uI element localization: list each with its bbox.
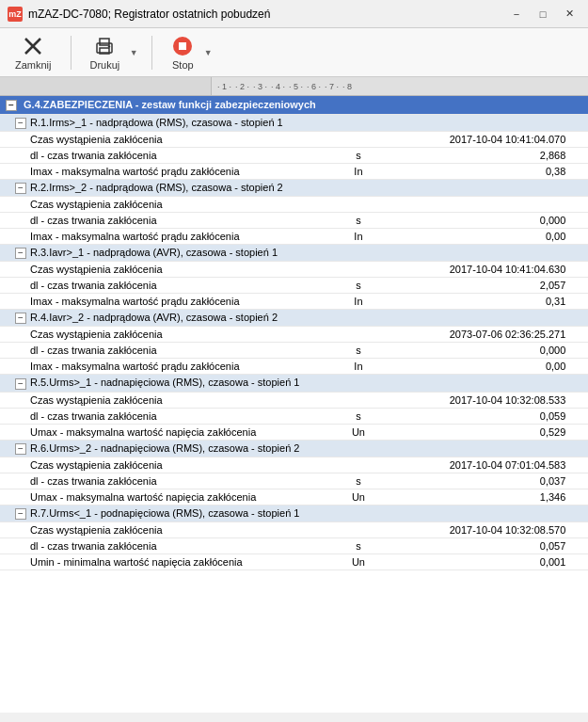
- print-icon: [93, 35, 116, 57]
- table-row: Czas wystąpienia zakłócenia2017-10-04 10…: [0, 521, 588, 537]
- table-row: −R.3.Iavr>_1 - nadprądowa (AVR), czasowa…: [0, 245, 588, 262]
- table-row: −R.4.Iavr>_2 - nadprądowa (AVR), czasowa…: [0, 310, 588, 327]
- data-table-container[interactable]: − G.4.ZABEZPIECZENIA - zestaw funkcji za…: [0, 96, 588, 713]
- print-button[interactable]: Drukuj: [83, 31, 128, 74]
- main-section-label: − G.4.ZABEZPIECZENIA - zestaw funkcji za…: [0, 96, 385, 115]
- table-row: −R.7.Urms<_1 - podnapięciowa (RMS), czas…: [0, 505, 588, 521]
- ruler-mark: · 2 ·: [233, 82, 251, 91]
- stop-icon: [171, 35, 194, 57]
- table-row: dl - czas trwania zakłócenias0,059: [0, 408, 588, 424]
- table-row: Czas wystąpienia zakłócenia2017-10-04 10…: [0, 132, 588, 148]
- table-row: Imax - maksymalna wartość prądu zakłócen…: [0, 229, 588, 245]
- collapse-icon[interactable]: −: [15, 118, 26, 129]
- stop-label: Stop: [172, 59, 194, 71]
- collapse-icon[interactable]: −: [15, 378, 26, 390]
- table-row: dl - czas trwania zakłócenias0,057: [0, 537, 588, 554]
- collapse-icon[interactable]: −: [6, 100, 17, 111]
- toolbar-divider-1: [71, 36, 72, 70]
- table-row: Umax - maksymalna wartość napięcia zakłó…: [0, 424, 588, 440]
- svg-rect-7: [179, 42, 186, 50]
- ruler-mark: · 4 ·: [269, 82, 287, 91]
- table-row: Imax - maksymalna wartość prądu zakłócen…: [0, 359, 588, 375]
- close-toolbar-label: Zamknij: [15, 59, 52, 71]
- close-button[interactable]: ✕: [558, 5, 580, 24]
- ruler-mark: · 7 ·: [323, 82, 341, 91]
- table-row: dl - czas trwania zakłócenias2,057: [0, 278, 588, 294]
- svg-rect-3: [100, 39, 109, 45]
- window-title: mZAZ-DC-7080; Registrator ostatnich pobu…: [28, 8, 505, 21]
- top-ruler: · 1 · · 2 · · 3 · · 4 · · 5 · · 6 · · 7 …: [0, 77, 588, 96]
- collapse-icon[interactable]: −: [15, 248, 26, 259]
- table-row: Czas wystąpienia zakłócenia2017-10-04 07…: [0, 457, 588, 473]
- close-toolbar-button[interactable]: Zamknij: [8, 31, 59, 74]
- table-row: dl - czas trwania zakłócenias0,037: [0, 473, 588, 489]
- print-label: Drukuj: [90, 59, 120, 71]
- collapse-icon[interactable]: −: [15, 183, 26, 194]
- ruler-mark: · 6 ·: [305, 82, 323, 91]
- ruler-spacer: [0, 77, 212, 95]
- table-row: −R.1.Irms>_1 - nadprądowa (RMS), czasowa…: [0, 115, 588, 132]
- table-row: −R.6.Urms>_2 - nadnapięciowa (RMS), czas…: [0, 440, 588, 457]
- table-row: dl - czas trwania zakłócenias0,000: [0, 213, 588, 229]
- table-row: Imax - maksymalna wartość prądu zakłócen…: [0, 164, 588, 180]
- table-row: −R.5.Urms>_1 - nadnapięciowa (RMS), czas…: [0, 375, 588, 392]
- minimize-button[interactable]: −: [505, 5, 528, 24]
- toolbar: Zamknij Drukuj ▼: [0, 28, 588, 77]
- stop-button[interactable]: Stop: [164, 31, 201, 74]
- ruler-mark: · 3 ·: [251, 82, 269, 91]
- table-row: Umin - minimalna wartość napięcia zakłóc…: [0, 554, 588, 570]
- table-row: Imax - maksymalna wartość prądu zakłócen…: [0, 294, 588, 310]
- ruler-mark: · 1 ·: [215, 82, 233, 91]
- data-table: − G.4.ZABEZPIECZENIA - zestaw funkcji za…: [0, 96, 588, 570]
- collapse-icon[interactable]: −: [15, 508, 26, 520]
- print-button-group: Drukuj ▼: [83, 31, 141, 74]
- svg-point-5: [108, 45, 110, 47]
- table-row: Umax - maksymalna wartość napięcia zakłó…: [0, 489, 588, 505]
- collapse-icon[interactable]: −: [15, 313, 26, 324]
- ruler-mark: · 8: [341, 82, 354, 91]
- maximize-button[interactable]: □: [532, 5, 554, 24]
- collapse-icon[interactable]: −: [15, 443, 26, 455]
- ruler-mark: · 5 ·: [287, 82, 305, 91]
- table-row: dl - czas trwania zakłócenias0,000: [0, 343, 588, 359]
- table-row: Czas wystąpienia zakłócenia2073-07-06 02…: [0, 327, 588, 343]
- window-controls: − □ ✕: [505, 5, 580, 24]
- table-row: Czas wystąpienia zakłócenia: [0, 197, 588, 213]
- app-icon: mZ: [8, 7, 23, 22]
- app-icon-text: mZ: [8, 9, 22, 19]
- ruler-marks: · 1 · · 2 · · 3 · · 4 · · 5 · · 6 · · 7 …: [212, 82, 588, 91]
- close-icon: [22, 35, 44, 57]
- stop-dropdown-button[interactable]: ▼: [201, 39, 215, 67]
- table-row: dl - czas trwania zakłócenias2,868: [0, 148, 588, 164]
- stop-button-group: Stop ▼: [164, 31, 215, 74]
- print-dropdown-button[interactable]: ▼: [127, 39, 140, 67]
- main-section-header: − G.4.ZABEZPIECZENIA - zestaw funkcji za…: [0, 96, 588, 115]
- table-row: Czas wystąpienia zakłócenia2017-10-04 10…: [0, 392, 588, 408]
- table-row: Czas wystąpienia zakłócenia2017-10-04 10…: [0, 262, 588, 278]
- toolbar-divider-2: [151, 36, 152, 70]
- title-bar: mZ mZAZ-DC-7080; Registrator ostatnich p…: [0, 0, 588, 28]
- table-row: −R.2.Irms>_2 - nadprądowa (RMS), czasowa…: [0, 180, 588, 197]
